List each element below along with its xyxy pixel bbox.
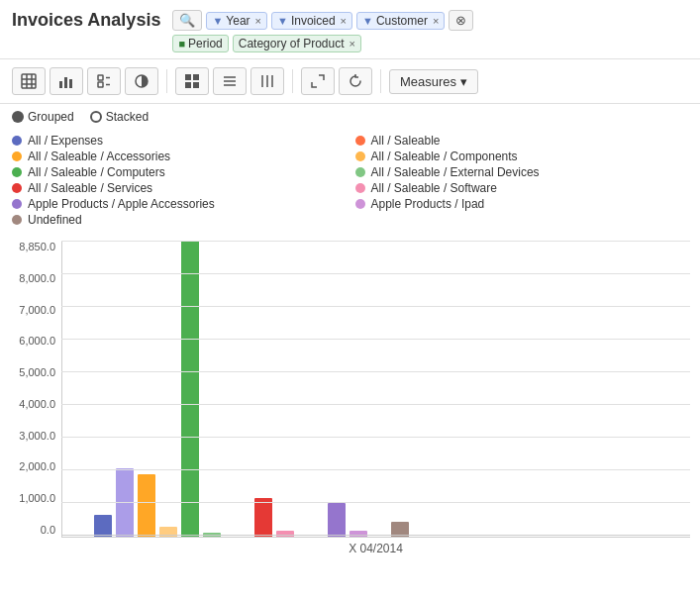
filter-row-2: ■ Period Category of Product × xyxy=(172,35,688,52)
legend-label-ipad: Apple Products / Ipad xyxy=(371,197,485,211)
bar-software xyxy=(276,531,294,537)
chip-label: Period xyxy=(188,37,223,50)
legend-label-undefined: Undefined xyxy=(28,213,82,227)
svg-rect-7 xyxy=(69,79,72,88)
legend-label-apple-acc: Apple Products / Apple Accessories xyxy=(28,197,215,211)
svg-rect-9 xyxy=(98,82,103,87)
legend-label-expenses: All / Expenses xyxy=(28,134,103,148)
legend-dot-accessories xyxy=(12,151,22,161)
measures-label: Measures xyxy=(400,74,456,89)
page-title: Invoices Analysis xyxy=(12,10,160,31)
chip-remove[interactable]: × xyxy=(433,15,439,27)
legend-dot-external xyxy=(355,167,365,177)
grid-button[interactable] xyxy=(175,67,209,95)
chip-label: Invoiced xyxy=(291,14,336,28)
legend-item-services: All / Saleable / Services xyxy=(12,181,346,195)
legend-dot-undefined xyxy=(12,215,22,225)
legend-item-computers: All / Saleable / Computers xyxy=(12,165,346,179)
legend-label-saleable: All / Saleable xyxy=(371,134,441,148)
legend-label-accessories: All / Saleable / Accessories xyxy=(28,150,170,163)
legend-label-components: All / Saleable / Components xyxy=(371,150,518,163)
legend-dot-components xyxy=(355,151,365,161)
bar-accessories xyxy=(138,474,155,537)
chip-label: Category of Product xyxy=(239,37,345,50)
expand-button[interactable] xyxy=(301,67,335,95)
legend-dot-expenses xyxy=(12,136,22,146)
legend-item-accessories: All / Saleable / Accessories xyxy=(12,150,346,163)
checkbox-button[interactable] xyxy=(87,67,121,95)
search-button[interactable]: 🔍 xyxy=(172,10,202,31)
separator-1 xyxy=(166,69,167,93)
bar-external xyxy=(203,533,221,537)
y-label-6000: 6,000.0 xyxy=(19,335,55,347)
legend-item-saleable: All / Saleable xyxy=(355,134,689,148)
filter-chip-period[interactable]: ■ Period xyxy=(172,35,228,52)
legend-dot-computers xyxy=(12,167,22,177)
y-axis: 8,850.0 8,000.0 7,000.0 6,000.0 5,000.0 … xyxy=(0,241,61,555)
grouped-dot xyxy=(12,111,24,123)
legend-label-computers: All / Saleable / Computers xyxy=(28,165,165,179)
legend-label-services: All / Saleable / Services xyxy=(28,181,152,195)
bar-apple-acc xyxy=(328,503,346,537)
y-label-1000: 1,000.0 xyxy=(19,492,55,504)
legend-dot-apple-acc xyxy=(12,199,22,209)
chart-container: 8,850.0 8,000.0 7,000.0 6,000.0 5,000.0 … xyxy=(0,235,700,555)
filters-area: 🔍 ▼ Year × ▼ Invoiced × ▼ Customer × ⊗ ■… xyxy=(172,10,688,52)
legend-item-expenses: All / Expenses xyxy=(12,134,346,148)
legend-item-apple-acc: Apple Products / Apple Accessories xyxy=(12,197,346,211)
filter-chip-invoiced[interactable]: ▼ Invoiced × xyxy=(271,12,352,30)
legend-item-components: All / Saleable / Components xyxy=(355,150,689,163)
list-button[interactable] xyxy=(213,67,247,95)
pivot-table-button[interactable] xyxy=(12,67,46,95)
svg-rect-0 xyxy=(22,74,36,88)
svg-rect-5 xyxy=(59,81,62,88)
legend-item-external: All / Saleable / External Devices xyxy=(355,165,689,179)
y-label-0: 0.0 xyxy=(41,524,55,536)
svg-rect-15 xyxy=(185,82,191,88)
legend-label-external: All / Saleable / External Devices xyxy=(371,165,540,179)
bar-computers xyxy=(181,241,199,537)
refresh-button[interactable] xyxy=(339,67,372,95)
svg-rect-8 xyxy=(98,75,103,80)
chart-with-yaxis: 8,850.0 8,000.0 7,000.0 6,000.0 5,000.0 … xyxy=(0,241,690,555)
separator-2 xyxy=(292,69,293,93)
legend-dot-software xyxy=(355,183,365,193)
svg-rect-6 xyxy=(64,77,67,88)
svg-rect-13 xyxy=(185,74,191,80)
x-axis-label: X 04/2014 xyxy=(61,538,690,555)
chip-remove[interactable]: × xyxy=(341,15,347,27)
filter-row-1: 🔍 ▼ Year × ▼ Invoiced × ▼ Customer × ⊗ xyxy=(172,10,688,31)
y-label-7000: 7,000.0 xyxy=(19,304,55,316)
filter-icon: ■ xyxy=(178,38,185,50)
contrast-button[interactable] xyxy=(125,67,158,95)
bar-ipad xyxy=(350,531,367,537)
bar-components xyxy=(159,527,177,537)
measures-button[interactable]: Measures ▾ xyxy=(389,69,478,94)
columns-button[interactable] xyxy=(250,67,284,95)
svg-rect-14 xyxy=(193,74,199,80)
legend-item-software: All / Saleable / Software xyxy=(355,181,689,195)
y-label-5000: 5,000.0 xyxy=(19,366,55,378)
bars-container xyxy=(61,241,690,538)
legend-dot-services xyxy=(12,183,22,193)
chip-remove[interactable]: × xyxy=(255,15,261,27)
bar-services xyxy=(254,498,272,537)
stacked-radio[interactable]: Stacked xyxy=(90,110,149,124)
svg-rect-16 xyxy=(193,82,199,88)
bar-saleable xyxy=(116,468,134,537)
filter-chip-year[interactable]: ▼ Year × xyxy=(206,12,267,30)
filter-chip-category[interactable]: Category of Product × xyxy=(233,35,361,52)
bar-chart-button[interactable] xyxy=(50,67,83,95)
bar-undefined xyxy=(391,522,409,537)
clear-filters-button[interactable]: ⊗ xyxy=(449,10,473,31)
filter-chip-customer[interactable]: ▼ Customer × xyxy=(356,12,445,30)
chart-body: X 04/2014 xyxy=(61,241,690,555)
stacked-dot xyxy=(90,111,102,123)
grouped-radio[interactable]: Grouped xyxy=(12,110,74,124)
chart-legend: All / Expenses All / Saleable All / Sale… xyxy=(0,126,700,235)
chart-mode-row: Grouped Stacked xyxy=(0,104,700,126)
chip-remove[interactable]: × xyxy=(350,38,355,50)
y-label-8850: 8,850.0 xyxy=(19,241,55,252)
legend-dot-ipad xyxy=(355,199,365,209)
legend-dot-saleable xyxy=(355,136,365,146)
